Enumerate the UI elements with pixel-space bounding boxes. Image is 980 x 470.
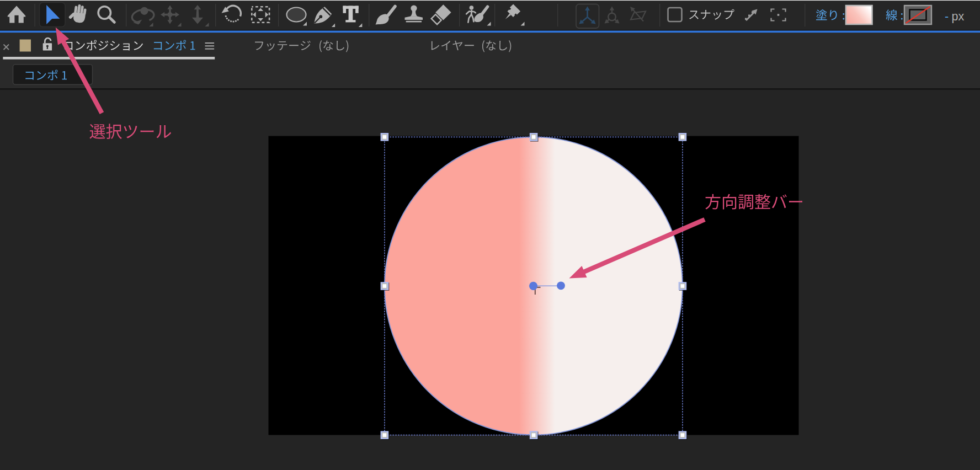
svg-text:px: px	[952, 10, 965, 23]
svg-text:-: -	[945, 10, 949, 23]
